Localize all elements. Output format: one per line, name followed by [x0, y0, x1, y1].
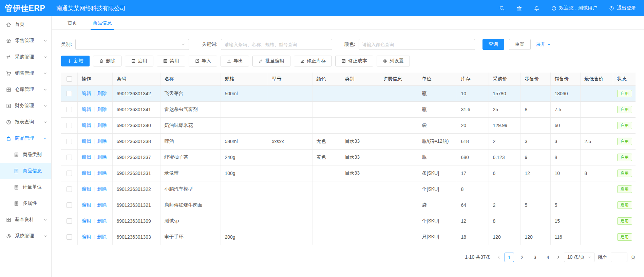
color-input[interactable]: [359, 39, 475, 50]
delete-link[interactable]: 删除: [97, 138, 107, 144]
sidebar-item-goods[interactable]: 商品管理: [0, 130, 51, 146]
link-divider: |: [94, 234, 95, 239]
fix-cost-button[interactable]: 修正成本: [335, 56, 373, 66]
row-checkbox[interactable]: [67, 202, 72, 208]
cell-barcode: 6901236301337: [112, 149, 160, 165]
edit-link[interactable]: 编辑: [82, 218, 91, 223]
row-checkbox[interactable]: [67, 186, 72, 192]
delete-link[interactable]: 删除: [97, 170, 107, 176]
delete-link[interactable]: 删除: [97, 91, 107, 96]
chevron-down-icon: [43, 120, 47, 124]
plus-icon: [67, 59, 72, 63]
edit-link[interactable]: 编辑: [82, 170, 91, 176]
reset-button[interactable]: 重置: [509, 39, 531, 50]
disable-button[interactable]: 禁用: [157, 56, 185, 66]
table-row: 编辑|删除6901236301309测试sp个[SKU]12815启用: [61, 213, 636, 229]
edit-link[interactable]: 编辑: [82, 154, 91, 160]
link-divider: |: [94, 218, 95, 223]
cell-spec: 500ml: [221, 85, 268, 101]
delete-link[interactable]: 删除: [97, 202, 107, 207]
search-button[interactable]: 查询: [482, 39, 504, 50]
page-button-1[interactable]: 1: [505, 253, 514, 262]
category-select[interactable]: [75, 39, 189, 50]
button-label: 修正成本: [348, 58, 367, 64]
tab-goods-info[interactable]: 商品信息: [89, 16, 116, 29]
sidebar-item-basic-data[interactable]: 基本资料: [0, 212, 51, 228]
logout-button[interactable]: 退出登录: [609, 5, 636, 11]
cell-purchase: 6.123: [489, 149, 520, 165]
edit-link[interactable]: 编辑: [82, 202, 91, 207]
batch-edit-button[interactable]: 批量编辑: [252, 56, 290, 66]
row-checkbox[interactable]: [67, 91, 72, 96]
cell-sale: 8: [550, 149, 580, 165]
row-checkbox[interactable]: [67, 155, 72, 160]
notification-bell-icon[interactable]: [534, 5, 539, 11]
delete-link[interactable]: 删除: [97, 234, 107, 239]
tab-bar: 首页商品信息: [52, 16, 644, 30]
delete-link[interactable]: 删除: [97, 186, 107, 192]
select-all-checkbox[interactable]: [67, 76, 72, 82]
tab-home[interactable]: 首页: [63, 16, 81, 29]
sidebar-item-unit[interactable]: 计量单位: [0, 179, 51, 195]
delete-button[interactable]: 删除: [93, 56, 121, 66]
chevron-up-icon: [43, 137, 47, 140]
edit-link[interactable]: 编辑: [82, 122, 91, 128]
doc-icon: [14, 201, 19, 206]
edit-link[interactable]: 编辑: [82, 234, 91, 239]
search-icon[interactable]: [499, 5, 505, 11]
sidebar-item-retail[interactable]: 零售管理: [0, 33, 51, 49]
delete-link[interactable]: 删除: [97, 122, 107, 128]
prev-page-icon[interactable]: [497, 255, 501, 259]
cell-model: [268, 117, 312, 133]
edit-link[interactable]: 编辑: [82, 186, 91, 192]
page-size-select[interactable]: 10 条/页: [564, 253, 594, 262]
row-checkbox[interactable]: [67, 234, 72, 240]
row-checkbox[interactable]: [67, 139, 72, 144]
edit-link[interactable]: 编辑: [82, 91, 91, 96]
jump-page-input[interactable]: [611, 253, 627, 262]
sidebar-item-goods-info[interactable]: 商品信息: [0, 163, 51, 179]
chevron-down-icon: [587, 255, 591, 259]
next-page-icon[interactable]: [556, 255, 561, 259]
delete-link[interactable]: 删除: [97, 106, 107, 112]
edit-link[interactable]: 编辑: [82, 106, 91, 112]
page-button-2[interactable]: 2: [517, 253, 527, 262]
cell-ext: [379, 117, 418, 133]
sidebar-item-attributes[interactable]: 多属性: [0, 195, 51, 212]
sidebar-item-warehouse[interactable]: 仓库管理: [0, 81, 51, 98]
page-button-3[interactable]: 3: [530, 253, 540, 262]
edit-link[interactable]: 编辑: [82, 138, 91, 144]
app-logo: 管伊佳ERP: [0, 3, 52, 14]
sidebar-item-sales[interactable]: 销售管理: [0, 65, 51, 81]
sidebar-item-home[interactable]: 首页: [0, 16, 51, 33]
sidebar-item-report[interactable]: 报表查询: [0, 114, 51, 130]
delete-link[interactable]: 删除: [97, 218, 107, 223]
expand-toggle[interactable]: 展开: [536, 41, 551, 47]
keyword-input[interactable]: [221, 39, 332, 50]
sidebar-item-goods-category[interactable]: 商品类别: [0, 146, 51, 163]
sidebar-item-finance[interactable]: 财务管理: [0, 98, 51, 114]
cell-barcode: 6901236301303: [112, 229, 160, 245]
cell-name: 康师傅红烧牛肉面: [160, 197, 221, 213]
add-button[interactable]: 新增: [61, 56, 90, 66]
row-checkbox[interactable]: [67, 218, 72, 224]
export-button[interactable]: 导出: [221, 56, 249, 66]
page-button-4[interactable]: 4: [543, 253, 553, 262]
row-checkbox[interactable]: [67, 107, 72, 112]
platform-icon[interactable]: [516, 5, 522, 11]
enable-button[interactable]: 启用: [125, 56, 153, 66]
cell-spec: [221, 181, 268, 197]
cell-ext: [379, 149, 418, 165]
import-button[interactable]: 导入: [189, 56, 217, 66]
delete-link[interactable]: 删除: [97, 154, 107, 160]
row-checkbox[interactable]: [67, 171, 72, 176]
cell-barcode: 6901236301341: [112, 101, 160, 117]
fix-stock-button[interactable]: 修正库存: [294, 56, 332, 66]
cell-stock: 17: [457, 165, 489, 181]
sidebar-item-purchase[interactable]: 采购管理: [0, 49, 51, 65]
row-checkbox[interactable]: [67, 123, 72, 128]
sidebar-item-system[interactable]: 系统管理: [0, 228, 51, 244]
user-welcome[interactable]: 欢迎您，测试用户: [551, 5, 597, 11]
table-row: 编辑|删除6901236301303电子手环200g只[SKU]18120120…: [61, 229, 636, 245]
column-settings-button[interactable]: 列设置: [377, 56, 410, 66]
